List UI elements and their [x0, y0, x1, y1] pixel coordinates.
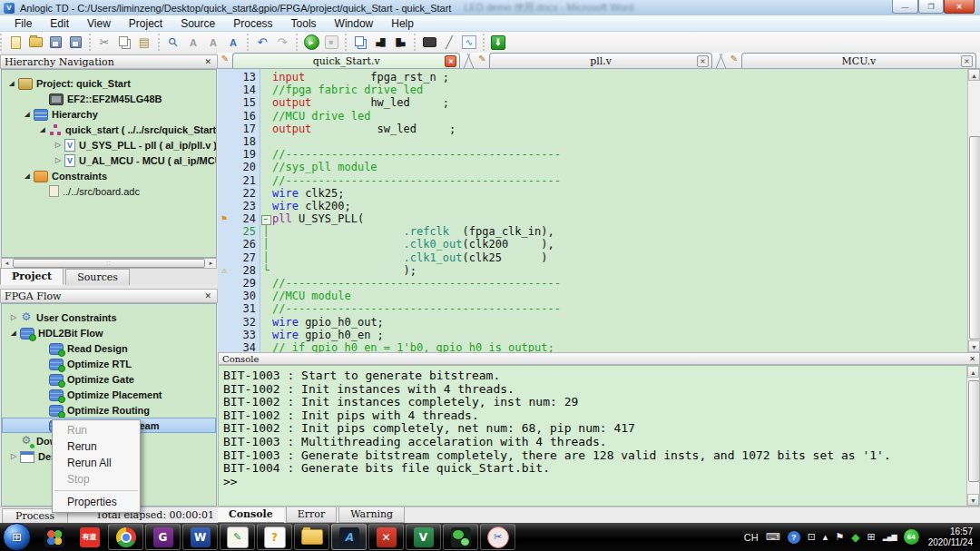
find-previous-icon[interactable]: A [204, 34, 222, 51]
hierarchy-item-quick-start-src-quick-start-[interactable]: ◢quick_start ( ../../src/quick_Start.v ) [2, 122, 216, 137]
code-line-13[interactable]: 13input fpga_rst_n ; [218, 71, 980, 84]
route-line-icon[interactable]: ╱ [440, 34, 458, 51]
taskbar-app-snipping[interactable]: ✂ [480, 524, 515, 550]
taskbar-app-red-x[interactable]: ✕ [368, 524, 404, 550]
tab-project[interactable]: Project [0, 268, 64, 285]
editor-vscrollbar[interactable]: ▲ ▼ [967, 69, 980, 352]
column-chart-icon[interactable]: █▄ [391, 34, 409, 51]
close-panel-icon[interactable]: ✕ [202, 291, 213, 300]
copy-icon[interactable] [115, 34, 133, 51]
code-line-22[interactable]: 22wire clk25; [218, 187, 980, 200]
scroll-up-icon[interactable]: ▲ [968, 69, 980, 81]
menu-edit[interactable]: Edit [41, 16, 78, 31]
code-line-26[interactable]: 26│ .clk0_out(clk200 ), [218, 238, 980, 251]
console-output[interactable]: BIT-1003 : Start to generate bitstream.B… [218, 365, 980, 507]
taskbar-app-image-editor[interactable]: ✎ [220, 524, 255, 550]
save-icon[interactable] [46, 34, 64, 51]
code-line-21[interactable]: 21//------------------------------------… [218, 174, 980, 187]
taskbar-clock[interactable]: 16:57 2020/11/24 [928, 526, 973, 548]
network-signal-icon[interactable]: ▂▄▆ [883, 533, 897, 541]
scroll-down-icon[interactable]: ▼ [967, 494, 979, 506]
redo-icon[interactable]: ↷ [273, 34, 291, 51]
tab-console[interactable]: Console [218, 507, 284, 523]
context-menu-rerun[interactable]: Rerun [53, 438, 140, 455]
code-line-14[interactable]: 14//fpga fabric drive led [218, 84, 980, 96]
find-in-files-icon[interactable]: A [224, 34, 242, 51]
hierarchy-item-src-board-adc[interactable]: ../../src/board.adc [2, 183, 216, 199]
hierarchy-item-hierarchy[interactable]: ◢Hierarchy [2, 106, 216, 122]
taskbar-app-youdao[interactable]: 有道 [73, 525, 106, 549]
vscroll-thumb[interactable] [968, 380, 980, 482]
taskbar-app-wechat[interactable] [443, 524, 478, 550]
scroll-left-icon[interactable]: ◂ [2, 260, 12, 267]
waveform-icon[interactable]: ∿ [460, 34, 478, 51]
taskbar-app-v-green[interactable]: V [406, 524, 441, 550]
tab-quick-start-v[interactable]: quick_Start.v✕ [232, 53, 460, 68]
code-line-28[interactable]: ⚠28└ ); [218, 264, 980, 277]
menu-view[interactable]: View [78, 16, 120, 31]
menu-project[interactable]: Project [120, 16, 172, 31]
taskbar-app-chrome[interactable] [108, 524, 143, 550]
code-editor[interactable]: 13input fpga_rst_n ;14//fpga fabric driv… [218, 69, 980, 352]
action-center-flag-icon[interactable]: ⚑ [835, 531, 844, 543]
code-line-29[interactable]: 29//------------------------------------… [218, 277, 980, 290]
save-all-icon[interactable] [66, 34, 84, 51]
code-line-15[interactable]: 15output hw_led ; [218, 96, 980, 109]
flow-item-hdl2bit-flow[interactable]: ◢HDL2Bit Flow [2, 325, 216, 340]
flow-item-user-constraints[interactable]: ▷⚙User Constraints [2, 310, 216, 325]
close-button[interactable]: ✕ [944, 0, 975, 14]
code-line-17[interactable]: 17output sw_led ; [218, 123, 980, 135]
hierarchy-item-u-sys-pll-pll-al-ip-pll-v[interactable]: ▷VU_SYS_PLL - pll ( al_ip/pll.v ) [2, 137, 216, 153]
code-line-34[interactable]: 34// if gpio h0 en = 1'b0, gpio h0 is ou… [218, 341, 980, 352]
run-icon[interactable]: ▶ [304, 34, 319, 50]
bar-chart-icon[interactable]: ▄█ [371, 34, 389, 51]
minimize-button[interactable]: — [892, 0, 918, 14]
menu-file[interactable]: File [5, 16, 41, 31]
hierarchy-item-u-al-mcu-mcu-al-ip-mcu-v[interactable]: ▷VU_AL_MCU - MCU ( al_ip/MCU.v [2, 153, 216, 168]
tab-mcu-v[interactable]: MCU.v✕ [741, 53, 976, 68]
cut-icon[interactable]: ✂ [95, 34, 113, 51]
vscroll-thumb[interactable] [969, 136, 980, 339]
open-project-icon[interactable] [26, 34, 44, 51]
code-line-33[interactable]: 33wire gpio_h0_en ; [218, 329, 980, 341]
tab-error[interactable]: Error [286, 507, 337, 523]
taskbar-app-word[interactable]: W [182, 524, 218, 550]
find-icon[interactable]: ⚲ [164, 34, 182, 51]
new-file-icon[interactable] [6, 34, 24, 51]
scroll-right-icon[interactable]: ▸ [206, 260, 216, 267]
run-icon[interactable]: ▶ [302, 34, 320, 51]
close-panel-icon[interactable]: ✕ [969, 355, 975, 363]
language-indicator[interactable]: CH [744, 532, 759, 543]
expand-expanded-icon[interactable]: ◢ [21, 172, 34, 180]
start-button[interactable]: ⊞ [3, 523, 31, 551]
close-panel-icon[interactable]: ✕ [202, 57, 213, 66]
code-line-23[interactable]: 23wire clk200; [218, 200, 980, 212]
code-line-19[interactable]: 19//------------------------------------… [218, 148, 980, 161]
undo-icon[interactable]: ↶ [253, 34, 271, 51]
menu-source[interactable]: Source [172, 16, 224, 31]
expand-expanded-icon[interactable]: ◢ [7, 330, 20, 337]
expand-expanded-icon[interactable]: ◢ [21, 111, 34, 118]
stop-icon[interactable]: ■ [325, 35, 338, 49]
help-tray-icon[interactable]: ? [788, 531, 800, 544]
taskbar-app-explorer[interactable] [294, 524, 329, 550]
antivirus-shield-icon[interactable]: ◆ [851, 531, 859, 544]
expand-collapsed-icon[interactable]: ▷ [52, 141, 64, 149]
paste-icon[interactable]: ▤ [135, 34, 153, 51]
tab-warning[interactable]: Warning [338, 507, 405, 523]
tab-pll-v[interactable]: pll.v✕ [489, 53, 712, 68]
code-line-32[interactable]: 32wire gpio_h0_out; [218, 316, 980, 329]
code-line-31[interactable]: 31//------------------------------------… [218, 302, 980, 315]
fold-toggle-icon[interactable]: − [261, 215, 271, 225]
code-line-27[interactable]: 27│ .clk1_out(clk25 ) [218, 251, 980, 264]
context-menu-properties[interactable]: Properties [53, 494, 140, 510]
expand-collapsed-icon[interactable]: ▷ [7, 313, 20, 321]
hierarchy-item-constraints[interactable]: ◢Constraints [2, 168, 216, 183]
taskbar-app-help[interactable]: ? [257, 524, 292, 550]
maximize-button[interactable]: ❐ [918, 0, 944, 14]
scroll-down-icon[interactable]: ▼ [968, 340, 980, 352]
device-tray-icon[interactable]: ⊞ [867, 531, 875, 543]
menu-process[interactable]: Process [224, 16, 281, 31]
tray-expand-icon[interactable]: ▴ [823, 531, 828, 543]
close-tab-icon[interactable]: ✕ [445, 55, 456, 67]
